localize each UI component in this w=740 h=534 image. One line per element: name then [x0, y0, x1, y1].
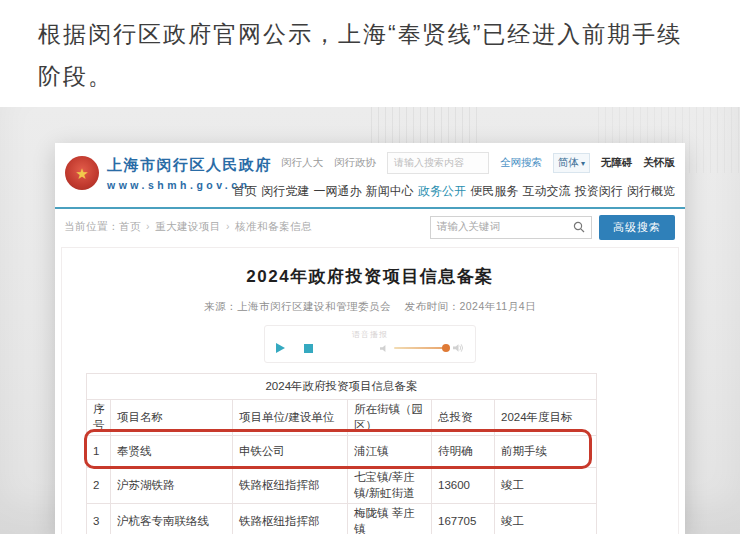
nav-item[interactable]: 一网通办 — [314, 183, 362, 200]
article-content: 2024年政府投资项目信息备案 来源：上海市闵行区建设和管理委员会 发布时间：2… — [61, 247, 679, 534]
nav-item[interactable]: 闵行概览 — [627, 183, 675, 200]
table-cell: 七宝镇/莘庄镇/新虹街道 — [348, 468, 432, 504]
table-cell: 梅陇镇 莘庄镇 — [348, 504, 432, 534]
breadcrumb-separator: › — [226, 220, 230, 232]
nav-item[interactable]: 政务公开 — [418, 183, 466, 200]
table-header-cell: 总投资 — [432, 400, 495, 436]
breadcrumb-separator: › — [146, 220, 150, 232]
keyword-search-input[interactable]: 请输入关键词 — [430, 216, 592, 239]
table-header-cell: 所在街镇（园区） — [348, 400, 432, 436]
player-caption: 语音播报 — [265, 329, 475, 340]
table-cell: 167705 — [432, 504, 495, 534]
nav-item[interactable]: 便民服务 — [470, 183, 518, 200]
table-cell: 2 — [87, 468, 111, 504]
play-icon[interactable] — [276, 343, 285, 353]
table-row: 2沪苏湖铁路铁路枢纽指挥部七宝镇/莘庄镇/新虹街道13600竣工 — [87, 468, 597, 504]
table-row: 3沪杭客专南联络线铁路枢纽指挥部梅陇镇 莘庄镇167705竣工 — [87, 504, 597, 534]
search-icon[interactable] — [573, 221, 585, 233]
table-cell: 沪苏湖铁路 — [111, 468, 233, 504]
table-cell: 3 — [87, 504, 111, 534]
table-header-cell: 项目名称 — [111, 400, 233, 436]
national-emblem-icon: ★ — [65, 156, 99, 190]
player-controls — [265, 340, 475, 353]
volume-icon[interactable] — [453, 343, 464, 353]
page-title: 2024年政府投资项目信息备案 — [62, 265, 678, 288]
keyword-placeholder: 请输入关键词 — [437, 220, 500, 234]
table-cell: 奉贤线 — [111, 436, 233, 468]
header-search-input[interactable]: 请输入搜索内容 — [387, 152, 489, 174]
advanced-search-button[interactable]: 高级搜索 — [599, 215, 675, 240]
breadcrumb-item[interactable]: 重大建设项目 — [155, 220, 221, 232]
table-cell: 沪杭客专南联络线 — [111, 504, 233, 534]
chevron-down-icon: ▾ — [581, 159, 585, 168]
language-label: 简体 — [558, 156, 579, 168]
audio-player: 语音播报 — [264, 325, 476, 363]
volume-controls — [380, 343, 464, 353]
volume-slider-handle[interactable] — [442, 344, 450, 352]
emblem-star-icon: ★ — [75, 166, 88, 181]
language-toggle[interactable]: 简体▾ — [553, 153, 590, 173]
site-search-button[interactable]: 全网搜索 — [500, 156, 542, 170]
table-cell: 铁路枢纽指挥部 — [233, 468, 348, 504]
doc-meta: 来源：上海市闵行区建设和管理委员会 发布时间：2024年11月4日 — [62, 300, 678, 314]
screenshot-background: ★ 上海市闵行区人民政府 www.shmh.gov.cn 闵行人大 闵行政协 请… — [0, 107, 740, 534]
table-row-highlighted: 1奉贤线申铁公司浦江镇待明确前期手续 — [87, 436, 597, 468]
table-cell: 待明确 — [432, 436, 495, 468]
breadcrumb-row: 当前位置：首页›重大建设项目›核准和备案信息 请输入关键词 高级搜索 — [55, 209, 685, 245]
nav-item[interactable]: 首页 — [233, 183, 257, 200]
accessibility-link[interactable]: 无障碍 — [601, 156, 633, 170]
table-cell: 竣工 — [495, 468, 597, 504]
table-header-cell: 项目单位/建设单位 — [233, 400, 348, 436]
header-utility-bar: 闵行人大 闵行政协 请输入搜索内容 全网搜索 简体▾ 无障碍 关怀版 — [281, 152, 675, 174]
table-cell: 竣工 — [495, 504, 597, 534]
page: 根据闵行区政府官网公示，上海“奉贤线”已经进入前期手续阶段。 ★ 上海市闵行区人… — [0, 0, 740, 534]
projects-table-wrap: 2024年政府投资项目信息备案序号项目名称项目单位/建设单位所在街镇（园区）总投… — [86, 373, 602, 534]
doc-published: 发布时间：2024年11月4日 — [404, 300, 536, 312]
nav-item[interactable]: 互动交流 — [523, 183, 571, 200]
table-cell: 1 — [87, 436, 111, 468]
article-intro: 根据闵行区政府官网公示，上海“奉贤线”已经进入前期手续阶段。 — [0, 0, 740, 107]
nav-item[interactable]: 投资闵行 — [575, 183, 623, 200]
breadcrumb-item[interactable]: 核准和备案信息 — [235, 220, 312, 232]
table-caption: 2024年政府投资项目信息备案 — [87, 374, 597, 400]
table-cell: 13600 — [432, 468, 495, 504]
page-search: 请输入关键词 高级搜索 — [430, 215, 675, 240]
breadcrumb-item[interactable]: 首页 — [119, 220, 141, 232]
care-mode-link[interactable]: 关怀版 — [644, 156, 676, 170]
main-nav: 首页闵行党建一网通办新闻中心政务公开便民服务互动交流投资闵行闵行概览 — [233, 183, 675, 200]
projects-table: 2024年政府投资项目信息备案序号项目名称项目单位/建设单位所在街镇（园区）总投… — [86, 373, 597, 534]
table-cell: 浦江镇 — [348, 436, 432, 468]
table-header-cell: 序号 — [87, 400, 111, 436]
table-cell: 铁路枢纽指挥部 — [233, 504, 348, 534]
table-header-cell: 2024年度目标 — [495, 400, 597, 436]
stop-icon[interactable] — [304, 344, 313, 353]
link-minhang-zhengxie[interactable]: 闵行政协 — [334, 156, 376, 170]
gov-site-screenshot: ★ 上海市闵行区人民政府 www.shmh.gov.cn 闵行人大 闵行政协 请… — [55, 143, 685, 534]
link-minhang-renda[interactable]: 闵行人大 — [281, 156, 323, 170]
doc-source: 来源：上海市闵行区建设和管理委员会 — [204, 300, 391, 312]
volume-slider[interactable] — [394, 347, 448, 349]
table-cell: 前期手续 — [495, 436, 597, 468]
breadcrumb: 当前位置：首页›重大建设项目›核准和备案信息 — [64, 220, 312, 234]
breadcrumb-label: 当前位置： — [64, 220, 119, 232]
table-cell: 申铁公司 — [233, 436, 348, 468]
site-header: ★ 上海市闵行区人民政府 www.shmh.gov.cn 闵行人大 闵行政协 请… — [55, 143, 685, 209]
volume-mute-icon[interactable] — [380, 344, 389, 353]
nav-item[interactable]: 闵行党建 — [261, 183, 309, 200]
site-name: 上海市闵行区人民政府 — [107, 156, 272, 175]
nav-item[interactable]: 新闻中心 — [366, 183, 414, 200]
